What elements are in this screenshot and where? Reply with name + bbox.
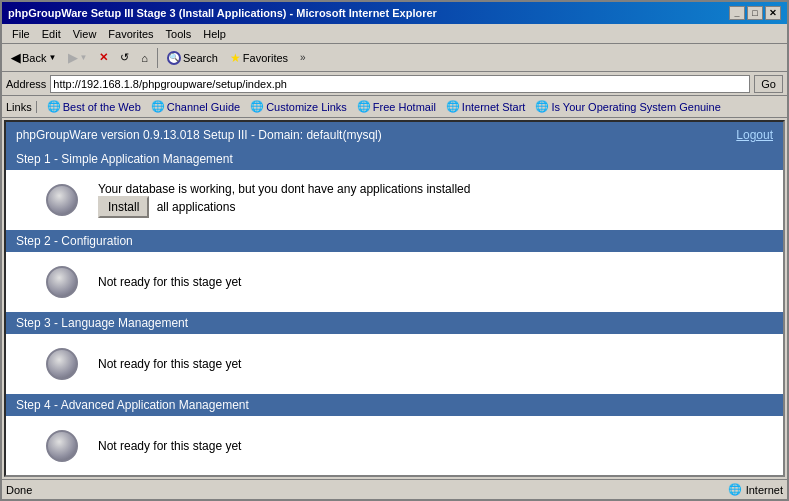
link-hotmail-label: Free Hotmail: [373, 101, 436, 113]
menu-bar: File Edit View Favorites Tools Help: [2, 24, 787, 44]
step2-content: Not ready for this stage yet: [6, 252, 783, 312]
search-icon: 🔍: [167, 51, 181, 65]
menu-file[interactable]: File: [6, 27, 36, 41]
back-button[interactable]: ◀ Back ▼: [6, 47, 61, 69]
zone-label: Internet: [746, 484, 783, 496]
pgw-title: phpGroupWare version 0.9.13.018 Setup II…: [16, 128, 382, 142]
address-input[interactable]: [50, 75, 750, 93]
step3-bullet-icon: [46, 348, 78, 380]
step1-bullet-icon: [46, 184, 78, 216]
browser-window: phpGroupWare Setup III Stage 3 (Install …: [0, 0, 789, 501]
menu-edit[interactable]: Edit: [36, 27, 67, 41]
home-button[interactable]: ⌂: [136, 47, 153, 69]
menu-view[interactable]: View: [67, 27, 103, 41]
forward-dropdown-icon: ▼: [79, 53, 87, 62]
step1-message: Your database is working, but you dont h…: [98, 182, 470, 196]
link-best-of-web[interactable]: 🌐 Best of the Web: [43, 99, 145, 115]
menu-help[interactable]: Help: [197, 27, 232, 41]
status-zone: 🌐 Internet: [728, 483, 783, 496]
back-arrow-icon: ◀: [11, 51, 20, 65]
maximize-button[interactable]: □: [747, 6, 763, 20]
link-icon-customize: 🌐: [250, 100, 264, 114]
links-bar: Links 🌐 Best of the Web 🌐 Channel Guide …: [2, 96, 787, 118]
link-icon-channel: 🌐: [151, 100, 165, 114]
internet-icon: 🌐: [728, 483, 742, 496]
refresh-button[interactable]: ↺: [115, 47, 134, 69]
forward-button[interactable]: ▶ ▼: [63, 47, 92, 69]
toolbar: ◀ Back ▼ ▶ ▼ ✕ ↺ ⌂ 🔍 Search ★ Favorites …: [2, 44, 787, 72]
pgw-container: phpGroupWare version 0.9.13.018 Setup II…: [6, 122, 783, 476]
link-icon-best: 🌐: [47, 100, 61, 114]
stop-icon: ✕: [99, 51, 108, 64]
back-label: Back: [22, 52, 46, 64]
link-channel-guide[interactable]: 🌐 Channel Guide: [147, 99, 244, 115]
stop-button[interactable]: ✕: [94, 47, 113, 69]
link-hotmail[interactable]: 🌐 Free Hotmail: [353, 99, 440, 115]
toolbar-expand-button[interactable]: »: [295, 47, 311, 69]
link-internet-label: Internet Start: [462, 101, 526, 113]
status-bar: Done 🌐 Internet: [2, 479, 787, 499]
menu-favorites[interactable]: Favorites: [102, 27, 159, 41]
status-text: Done: [6, 484, 32, 496]
link-customize[interactable]: 🌐 Customize Links: [246, 99, 351, 115]
logout-link[interactable]: Logout: [736, 128, 773, 142]
pgw-header: phpGroupWare version 0.9.13.018 Setup II…: [6, 122, 783, 148]
menu-tools[interactable]: Tools: [160, 27, 198, 41]
window-title: phpGroupWare Setup III Stage 3 (Install …: [8, 7, 437, 19]
link-icon-genuine: 🌐: [535, 100, 549, 114]
step2-text: Not ready for this stage yet: [98, 275, 763, 289]
link-channel-label: Channel Guide: [167, 101, 240, 113]
close-button[interactable]: ✕: [765, 6, 781, 20]
link-best-label: Best of the Web: [63, 101, 141, 113]
title-bar: phpGroupWare Setup III Stage 3 (Install …: [2, 2, 787, 24]
search-label: Search: [183, 52, 218, 64]
link-customize-label: Customize Links: [266, 101, 347, 113]
step4-content: Not ready for this stage yet: [6, 416, 783, 476]
favorites-button[interactable]: ★ Favorites: [225, 47, 293, 69]
step3-text: Not ready for this stage yet: [98, 357, 763, 371]
link-internet-start[interactable]: 🌐 Internet Start: [442, 99, 530, 115]
link-genuine-label: Is Your Operating System Genuine: [551, 101, 720, 113]
home-icon: ⌂: [141, 52, 148, 64]
links-label: Links: [6, 101, 37, 113]
install-suffix: all applications: [153, 200, 235, 214]
step1-content: Your database is working, but you dont h…: [6, 170, 783, 230]
expand-icon: »: [300, 52, 306, 63]
content-area: phpGroupWare version 0.9.13.018 Setup II…: [2, 118, 787, 479]
step4-text: Not ready for this stage yet: [98, 439, 763, 453]
link-icon-hotmail: 🌐: [357, 100, 371, 114]
ie-content: phpGroupWare version 0.9.13.018 Setup II…: [4, 120, 785, 477]
link-genuine[interactable]: 🌐 Is Your Operating System Genuine: [531, 99, 724, 115]
link-icon-internet: 🌐: [446, 100, 460, 114]
address-bar: Address Go: [2, 72, 787, 96]
step4-header: Step 4 - Advanced Application Management: [6, 394, 783, 416]
toolbar-separator-1: [157, 48, 158, 68]
search-button[interactable]: 🔍 Search: [162, 47, 223, 69]
step2-bullet-icon: [46, 266, 78, 298]
step2-header: Step 2 - Configuration: [6, 230, 783, 252]
favorites-label: Favorites: [243, 52, 288, 64]
title-bar-buttons: _ □ ✕: [729, 6, 781, 20]
step2-message: Not ready for this stage yet: [98, 275, 241, 289]
step3-header: Step 3 - Language Management: [6, 312, 783, 334]
step1-text: Your database is working, but you dont h…: [98, 182, 763, 218]
step3-message: Not ready for this stage yet: [98, 357, 241, 371]
forward-arrow-icon: ▶: [68, 51, 77, 65]
go-button[interactable]: Go: [754, 75, 783, 93]
step3-content: Not ready for this stage yet: [6, 334, 783, 394]
minimize-button[interactable]: _: [729, 6, 745, 20]
address-label: Address: [6, 78, 46, 90]
back-dropdown-icon: ▼: [48, 53, 56, 62]
step4-bullet-icon: [46, 430, 78, 462]
refresh-icon: ↺: [120, 51, 129, 64]
favorites-icon: ★: [230, 51, 241, 65]
install-button[interactable]: Install: [98, 196, 149, 218]
step1-header: Step 1 - Simple Application Management: [6, 148, 783, 170]
step4-message: Not ready for this stage yet: [98, 439, 241, 453]
